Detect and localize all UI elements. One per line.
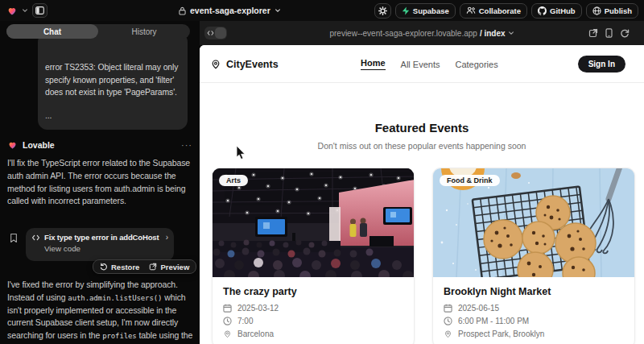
view-code-link[interactable]: View code [44, 244, 168, 253]
lovable-logo-icon[interactable] [6, 6, 18, 16]
event-time: 6:00 PM - 11:00 PM [458, 317, 529, 325]
github-icon [538, 6, 547, 15]
message-menu-button[interactable]: ··· [181, 140, 192, 150]
tool-call-title: Fix type type error in addCoHost [44, 233, 162, 242]
refresh-icon[interactable] [620, 28, 630, 38]
map-pin-icon [223, 329, 232, 338]
preview-toolbar: preview--event-saga-explorer.lovable.app… [200, 21, 644, 45]
event-card[interactable]: Arts The crazy party 2025-03-12 [212, 168, 415, 344]
users-icon [466, 6, 476, 15]
clock-icon [444, 317, 452, 325]
chat-history-tabs: Chat History [6, 24, 190, 39]
tab-history[interactable]: History [98, 24, 190, 39]
event-date: 2025-03-12 [237, 304, 279, 313]
sidebar-toggle-button[interactable] [32, 3, 47, 18]
external-link-icon [149, 263, 157, 271]
map-pin-icon [210, 58, 221, 70]
code-icon [31, 234, 40, 241]
site-brand[interactable]: CityEvents [210, 45, 279, 83]
preview-button[interactable]: Preview [144, 260, 194, 273]
gear-icon [378, 6, 387, 15]
category-badge: Food & Drink [440, 175, 500, 186]
event-card[interactable]: Food & Drink Brooklyn Night Market 2025-… [432, 168, 635, 344]
assistant-outro-text: I've fixed the error by simplifying the … [7, 279, 196, 344]
collaborate-button[interactable]: Collaborate [460, 3, 527, 19]
assistant-intro-text: I'll fix the TypeScript error related to… [7, 157, 196, 208]
settings-button[interactable] [374, 3, 391, 19]
message-ellipsis: ... [45, 110, 180, 122]
inline-code: profiles [102, 332, 137, 340]
nav-categories[interactable]: Categories [455, 60, 497, 69]
restore-button[interactable]: Restore [95, 260, 144, 273]
restore-preview-bar: Restore Preview [93, 259, 196, 274]
user-error-message: error TS2353: Object literal may only sp… [38, 32, 188, 130]
map-pin-icon [444, 329, 452, 338]
event-image-cookies: Food & Drink [433, 168, 634, 277]
event-location: Barcelona [237, 329, 274, 338]
globe-icon [592, 6, 601, 15]
tool-call-card[interactable]: Fix type type error in addCoHost › View … [26, 228, 174, 261]
project-name: event-saga-explorer [190, 6, 270, 15]
open-in-new-tab-icon[interactable] [588, 28, 598, 38]
site-nav: Home All Events Categories [361, 45, 498, 83]
tab-chat[interactable]: Chat [6, 24, 98, 39]
lovable-heart-icon [7, 140, 18, 150]
mobile-view-icon[interactable] [605, 28, 613, 38]
restore-icon [100, 263, 108, 271]
github-button[interactable]: GitHub [531, 3, 582, 19]
calendar-icon [223, 304, 232, 313]
page-title: Featured Events [200, 121, 644, 135]
event-location: Prospect Park, Brooklyn [458, 329, 544, 338]
nav-home[interactable]: Home [361, 58, 386, 70]
nav-all-events[interactable]: All Events [401, 60, 440, 69]
category-badge: Arts [219, 175, 248, 186]
site-preview: CityEvents Home All Events Categories Si… [200, 45, 644, 344]
publish-button[interactable]: Publish [586, 3, 638, 19]
assistant-name: Lovable [23, 140, 176, 150]
event-time: 7:00 [237, 317, 253, 325]
supabase-icon [402, 6, 410, 15]
preview-url-path: / index [480, 29, 506, 38]
chevron-down-icon[interactable] [22, 7, 28, 14]
inline-code: auth.admin.listUsers() [68, 294, 162, 302]
chat-panel: error TS2353: Object literal may only sp… [0, 21, 200, 344]
event-date: 2025-06-15 [458, 304, 499, 313]
preview-url-bar[interactable]: preview--event-saga-explorer.lovable.app… [200, 21, 644, 45]
clock-icon [223, 317, 232, 325]
project-switcher[interactable]: event-saga-explorer [179, 0, 281, 21]
event-image-conference: Arts [213, 168, 414, 277]
event-title: Brooklyn Night Market [444, 286, 624, 297]
bookmark-icon[interactable] [10, 233, 18, 243]
site-header: CityEvents Home All Events Categories Si… [200, 45, 644, 83]
sign-in-button[interactable]: Sign In [578, 56, 625, 73]
chevron-down-icon [508, 30, 514, 36]
lock-icon [179, 6, 186, 15]
supabase-button[interactable]: Supabase [395, 3, 456, 19]
page-subtitle: Don't miss out on these popular events h… [200, 141, 644, 151]
preview-url-host: preview--event-saga-explorer.lovable.app [329, 29, 477, 38]
chevron-right-icon: › [166, 233, 168, 242]
app-topbar: event-saga-explorer Supabase [0, 0, 644, 21]
chevron-down-icon [275, 7, 281, 14]
calendar-icon [444, 304, 452, 313]
event-title: The crazy party [223, 286, 403, 297]
